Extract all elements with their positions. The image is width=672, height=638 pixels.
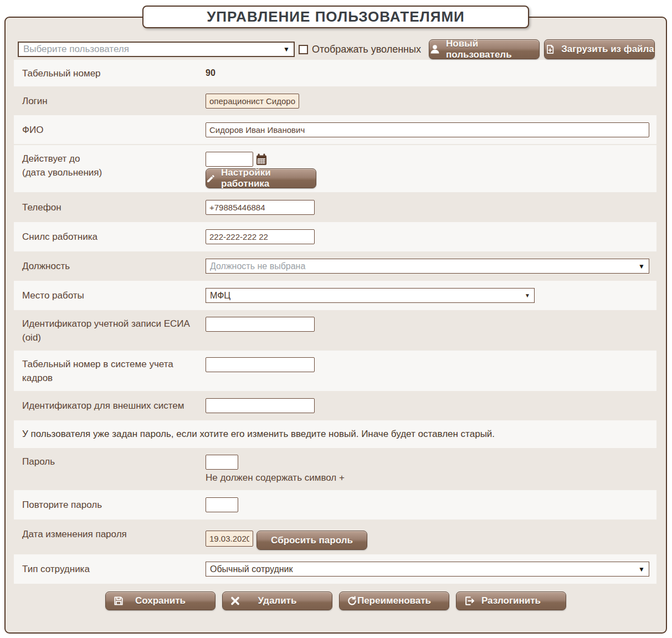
login-label: Логин <box>22 94 206 108</box>
row-esia-id: Идентификатор учетной записи ЕСИА (oid) <box>14 310 656 351</box>
chevron-down-icon: ▼ <box>638 263 645 270</box>
esia-id-input[interactable] <box>206 317 315 332</box>
chevron-down-icon: ▼ <box>525 293 530 299</box>
hr-personnel-number-label-line2: кадров <box>22 371 206 385</box>
employee-type-label: Тип сотрудника <box>22 562 206 576</box>
form: Табельный номер 90 Логин ФИО Дейст <box>14 60 656 584</box>
logout-icon <box>464 595 475 606</box>
show-fired-checkbox[interactable] <box>299 45 308 54</box>
row-position: Должность Должность не выбрана ▼ <box>14 251 656 281</box>
row-hr-personnel-number: Табельный номер в системе учета кадров <box>14 351 656 391</box>
file-plus-icon <box>545 44 556 55</box>
employee-settings-button-label: Настройки работника <box>221 167 316 189</box>
password-change-date-input[interactable] <box>206 531 253 547</box>
reset-password-button[interactable]: Сбросить пароль <box>257 531 367 550</box>
valid-until-label-line1: Действует до <box>22 152 206 166</box>
row-personnel-number: Табельный номер 90 <box>14 60 656 86</box>
logout-button[interactable]: Разлогинить <box>456 591 566 610</box>
logout-button-label: Разлогинить <box>481 595 541 606</box>
employee-settings-button[interactable]: Настройки работника <box>206 168 316 188</box>
employee-type-select-value: Обычный сотрудник <box>210 564 293 574</box>
password-change-date-label: Дата изменения пароля <box>22 519 206 541</box>
user-management-page: УПРАВЛЕНИЕ ПОЛЬЗОВАТЕЛЯМИ Выберите польз… <box>0 0 672 638</box>
hr-personnel-number-input[interactable] <box>206 357 315 372</box>
position-select-value: Должность не выбрана <box>210 261 305 271</box>
full-name-input[interactable] <box>206 122 649 137</box>
calendar-icon[interactable] <box>256 153 267 166</box>
new-user-button[interactable]: Новый пользователь <box>429 39 540 59</box>
phone-input[interactable] <box>206 200 315 215</box>
valid-until-label-line2: (дата увольнения) <box>22 166 206 179</box>
workplace-label: Место работы <box>22 289 206 302</box>
phone-label: Телефон <box>22 200 206 214</box>
row-password: Пароль Не должен содержать символ + <box>14 448 656 490</box>
row-password-change-date: Дата изменения пароля Сбросить пароль <box>14 519 656 554</box>
delete-button[interactable]: Удалить <box>222 591 332 610</box>
row-valid-until: Действует до (дата увольнения) <box>14 144 656 192</box>
person-icon <box>429 44 440 55</box>
save-button[interactable]: Сохранить <box>105 591 216 610</box>
rename-button[interactable]: Переименовать <box>339 591 449 610</box>
employee-type-select[interactable]: Обычный сотрудник ▼ <box>206 562 649 577</box>
save-icon <box>113 595 124 606</box>
password-hint: Не должен содержать символ + <box>206 472 656 483</box>
personnel-number-value: 90 <box>206 68 216 78</box>
chevron-down-icon: ▼ <box>283 46 290 53</box>
workplace-select-value: МФЦ <box>210 291 230 301</box>
row-password-notice: У пользователя уже задан пароль, если хо… <box>14 420 656 448</box>
external-id-label: Идентификатор для внешних систем <box>22 399 206 413</box>
esia-id-label-line1: Идентификатор учетной записи ЕСИА <box>22 317 206 331</box>
reset-password-button-label: Сбросить пароль <box>271 535 353 546</box>
refresh-icon <box>347 596 357 606</box>
full-name-label: ФИО <box>22 123 206 137</box>
workplace-select[interactable]: МФЦ ▼ <box>206 288 535 303</box>
chevron-down-icon: ▼ <box>638 566 645 573</box>
password-label: Пароль <box>22 448 206 469</box>
password-input[interactable] <box>206 455 238 470</box>
load-from-file-button-label: Загрузить из файла <box>561 44 654 55</box>
password-repeat-label: Повторите пароль <box>22 498 206 512</box>
pencil-icon <box>206 174 216 183</box>
user-select[interactable]: Выберите пользователя ▼ <box>18 42 295 57</box>
show-fired-label: Отображать уволенных <box>312 44 421 55</box>
action-buttons: Сохранить Удалить Переименовать Разлогин… <box>6 591 666 610</box>
hr-personnel-number-label-line1: Табельный номер в системе учета <box>22 357 206 371</box>
delete-icon <box>230 596 240 606</box>
rename-button-label: Переименовать <box>357 595 431 606</box>
snils-input[interactable] <box>206 229 315 244</box>
user-select-value: Выберите пользователя <box>23 44 129 55</box>
page-title: УПРАВЛЕНИЕ ПОЛЬЗОВАТЕЛЯМИ <box>207 8 465 25</box>
personnel-number-label: Табельный номер <box>22 66 206 80</box>
delete-button-label: Удалить <box>258 595 297 606</box>
valid-until-input[interactable] <box>206 152 253 167</box>
external-id-input[interactable] <box>206 398 315 413</box>
password-notice-text: У пользователя уже задан пароль, если хо… <box>22 429 495 440</box>
row-phone: Телефон <box>14 192 656 222</box>
page-title-box: УПРАВЛЕНИЕ ПОЛЬЗОВАТЕЛЯМИ <box>142 6 529 28</box>
row-login: Логин <box>14 86 656 115</box>
toolbar: Выберите пользователя ▼ Отображать уволе… <box>18 39 655 59</box>
load-from-file-button[interactable]: Загрузить из файла <box>544 39 655 59</box>
position-label: Должность <box>22 259 206 273</box>
main-panel: Выберите пользователя ▼ Отображать уволе… <box>4 17 667 634</box>
login-input[interactable] <box>206 94 299 109</box>
row-snils: Снилс работника <box>14 222 656 251</box>
save-button-label: Сохранить <box>135 595 186 606</box>
row-employee-type: Тип сотрудника Обычный сотрудник ▼ <box>14 554 656 584</box>
row-external-id: Идентификатор для внешних систем <box>14 391 656 420</box>
esia-id-label-line2: (oid) <box>22 331 206 344</box>
position-select[interactable]: Должность не выбрана ▼ <box>206 259 649 274</box>
row-workplace: Место работы МФЦ ▼ <box>14 281 656 310</box>
password-repeat-input[interactable] <box>206 497 238 512</box>
snils-label: Снилс работника <box>22 230 206 244</box>
new-user-button-label: Новый пользователь <box>446 38 539 60</box>
row-full-name: ФИО <box>14 115 656 144</box>
row-password-repeat: Повторите пароль <box>14 490 656 519</box>
